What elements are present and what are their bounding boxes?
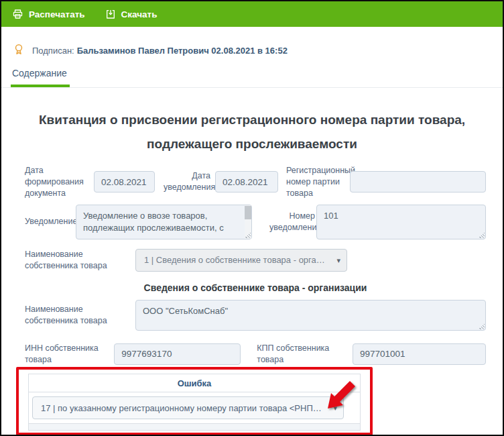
signed-text: Подписан:Бальзаминов Павел Петрович 02.0… — [32, 46, 288, 56]
form: Дата формирования документа Дата уведомл… — [1, 165, 503, 435]
award-icon — [13, 43, 25, 58]
notif-number-label: Номер уведомления — [269, 211, 315, 233]
form-row-owner-name: Наименование собственника товара ООО "Се… — [25, 300, 486, 331]
print-button[interactable]: Распечатать — [12, 9, 85, 19]
error-annotation-box: Ошибка 17 | по указанному регистрационно… — [16, 367, 373, 435]
document-window: Распечатать Скачать Подписан:Бальзаминов… — [0, 0, 504, 436]
download-button-label: Скачать — [121, 9, 158, 19]
reg-number-field[interactable] — [350, 171, 486, 193]
notification-field[interactable]: Уведомление о ввозе товаров, подлежащих … — [76, 205, 252, 239]
caret-down-icon: ▾ — [336, 256, 340, 264]
doc-date-label: Дата формирования документа — [25, 165, 92, 199]
signed-label: Подписан: — [32, 46, 74, 56]
signed-value: Бальзаминов Павел Петрович 02.08.2021 в … — [77, 46, 288, 56]
notif-date-label: Дата уведомления — [164, 170, 210, 193]
error-select-value: 17 | по указанному регистрационному номе… — [41, 403, 326, 413]
signed-status: Подписан:Бальзаминов Павел Петрович 02.0… — [13, 43, 503, 58]
form-row-notification: Уведомление Уведомление о ввозе товаров,… — [25, 205, 486, 239]
form-row-inn-kpp: ИНН собственника товара КПП собственника… — [25, 343, 486, 366]
form-row-dates: Дата формирования документа Дата уведомл… — [25, 165, 486, 199]
doc-date-field[interactable] — [94, 171, 155, 193]
tab-bar: Содержание — [1, 67, 503, 88]
owner-name-label: Наименование собственника товара — [25, 304, 132, 327]
notif-number-field[interactable]: 101 — [316, 205, 486, 239]
download-icon — [105, 9, 116, 19]
notif-date-field[interactable] — [215, 171, 278, 193]
error-select-dropdown[interactable]: 17 | по указанному регистрационному номе… — [32, 396, 344, 419]
reg-number-label: Регистрационный номер партии товара — [286, 165, 349, 199]
inn-label: ИНН собственника товара — [25, 343, 112, 366]
notification-scrollbar-thumb[interactable] — [245, 206, 251, 219]
error-table-empty-row — [29, 423, 360, 430]
page-title: Квитанция о присвоении регистрационного … — [32, 108, 472, 156]
owner-name-field[interactable]: ООО "СетьКомСнаб" — [135, 300, 486, 331]
print-button-label: Распечатать — [29, 9, 85, 19]
toolbar: Распечатать Скачать — [1, 1, 503, 27]
red-arrow-icon — [322, 380, 356, 414]
owner-select-value: 1 | Сведения о собственнике товара - орг… — [144, 255, 329, 265]
inn-field[interactable] — [114, 343, 241, 365]
error-table: Ошибка 17 | по указанному регистрационно… — [28, 374, 361, 431]
error-table-header: Ошибка — [29, 374, 360, 392]
tab-content[interactable]: Содержание — [11, 68, 70, 87]
owner-name-field-wrap: ООО "СетьКомСнаб" — [135, 300, 486, 331]
notif-number-field-wrap: 101 — [316, 205, 486, 239]
owner-select-dropdown[interactable]: 1 | Сведения о собственнике товара - орг… — [135, 249, 347, 272]
error-table-row: 17 | по указанному регистрационному номе… — [29, 392, 360, 423]
download-button[interactable]: Скачать — [105, 9, 158, 19]
printer-icon — [12, 9, 23, 19]
kpp-field[interactable] — [353, 343, 486, 365]
owner-select-label: Наименование собственника товара — [25, 249, 132, 272]
kpp-label: КПП собственника товара — [257, 343, 349, 366]
form-row-owner-select: Наименование собственника товара 1 | Све… — [25, 249, 486, 272]
owner-section-title: Сведения о собственнике товара - организ… — [25, 282, 486, 293]
notification-label: Уведомление — [25, 216, 74, 227]
notification-field-wrap: Уведомление о ввозе товаров, подлежащих … — [76, 205, 252, 239]
